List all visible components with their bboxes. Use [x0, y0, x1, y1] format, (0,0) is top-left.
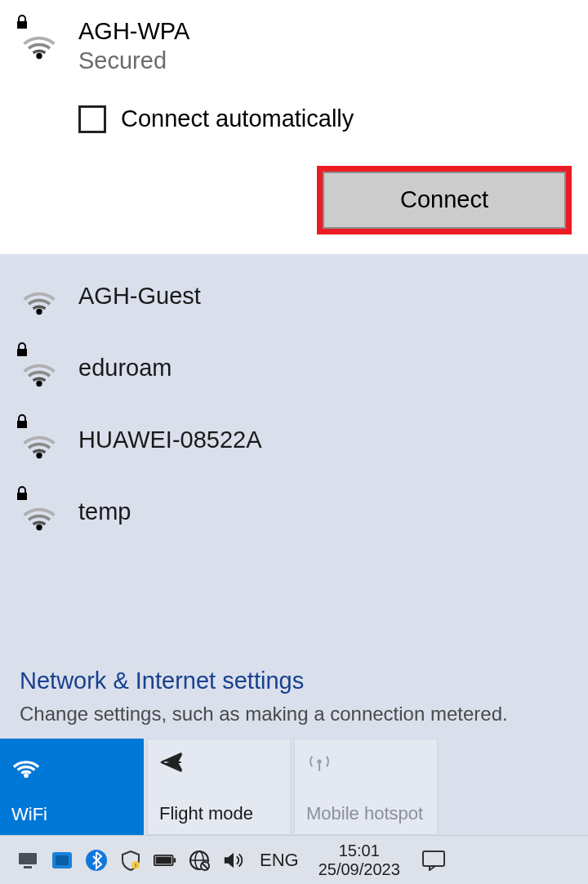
- network-item[interactable]: temp: [0, 476, 588, 548]
- wifi-flyout: AGH-WPA Secured Connect automatically Co…: [0, 0, 588, 835]
- wifi-signal-icon: [20, 421, 59, 460]
- taskbar: ! E: [0, 835, 588, 884]
- connect-automatically-row[interactable]: Connect automatically: [78, 105, 572, 133]
- lock-icon: [16, 15, 28, 29]
- svg-text:!: !: [135, 862, 136, 869]
- selected-network-name: AGH-WPA: [78, 16, 572, 46]
- taskbar-clock[interactable]: 15:01 25/09/2023: [318, 842, 400, 879]
- svg-rect-5: [19, 853, 37, 864]
- hotspot-icon: [306, 749, 336, 779]
- lock-icon: [16, 486, 28, 501]
- network-name: HUAWEI-08522A: [78, 426, 262, 453]
- selected-network-header[interactable]: AGH-WPA Secured: [20, 16, 572, 76]
- wifi-signal-icon: [20, 277, 59, 316]
- wifi-signal-icon: [20, 21, 59, 60]
- language-indicator[interactable]: ENG: [260, 850, 299, 871]
- action-center-icon[interactable]: [421, 850, 446, 871]
- svg-rect-21: [423, 851, 444, 866]
- selected-network-status: Secured: [78, 46, 572, 75]
- connect-button[interactable]: Connect: [323, 172, 566, 229]
- volume-icon[interactable]: [222, 849, 245, 872]
- network-settings-description: Change settings, such as making a connec…: [0, 699, 588, 739]
- selected-network-panel: AGH-WPA Secured Connect automatically Co…: [0, 0, 588, 254]
- network-globe-icon[interactable]: [188, 849, 211, 872]
- lock-icon: [16, 414, 28, 429]
- intel-graphics-icon[interactable]: [51, 849, 74, 872]
- network-settings-link[interactable]: Network & Internet settings: [0, 653, 588, 699]
- network-item[interactable]: HUAWEI-08522A: [0, 404, 588, 476]
- windows-security-icon[interactable]: !: [119, 849, 142, 872]
- taskbar-date: 25/09/2023: [318, 860, 400, 879]
- network-item[interactable]: eduroam: [0, 333, 588, 404]
- svg-point-3: [317, 759, 321, 763]
- flight-mode-tile[interactable]: Flight mode: [147, 739, 291, 835]
- network-name: temp: [78, 498, 131, 525]
- battery-icon[interactable]: [154, 849, 176, 872]
- wifi-tile-label: WiFi: [11, 804, 132, 825]
- wifi-signal-icon: [20, 349, 59, 388]
- monitor-icon[interactable]: [16, 849, 39, 872]
- quick-action-tiles: WiFi Flight mode Mobile hotspot: [0, 739, 588, 835]
- network-name: eduroam: [78, 355, 172, 382]
- taskbar-time: 15:01: [318, 842, 400, 860]
- bluetooth-icon[interactable]: [85, 849, 108, 872]
- system-tray: !: [16, 849, 245, 872]
- svg-rect-13: [156, 856, 172, 864]
- svg-rect-14: [174, 858, 176, 862]
- connect-automatically-label: Connect automatically: [121, 105, 354, 132]
- wifi-icon: [11, 748, 41, 778]
- airplane-icon: [159, 749, 189, 779]
- mobile-hotspot-tile-label: Mobile hotspot: [306, 803, 425, 824]
- wifi-tile[interactable]: WiFi: [0, 739, 144, 835]
- mobile-hotspot-tile[interactable]: Mobile hotspot: [294, 739, 438, 835]
- svg-rect-8: [56, 855, 69, 865]
- flight-mode-tile-label: Flight mode: [159, 803, 278, 824]
- wifi-signal-icon: [20, 493, 59, 532]
- connect-button-highlight: Connect: [317, 166, 572, 234]
- network-name: AGH-Guest: [78, 283, 201, 310]
- available-networks-list: AGH-Guest eduroam HUAWEI-08522A: [0, 254, 588, 556]
- svg-rect-6: [24, 866, 32, 868]
- network-item[interactable]: AGH-Guest: [0, 261, 588, 333]
- lock-icon: [16, 342, 28, 357]
- connect-automatically-checkbox[interactable]: [78, 105, 106, 133]
